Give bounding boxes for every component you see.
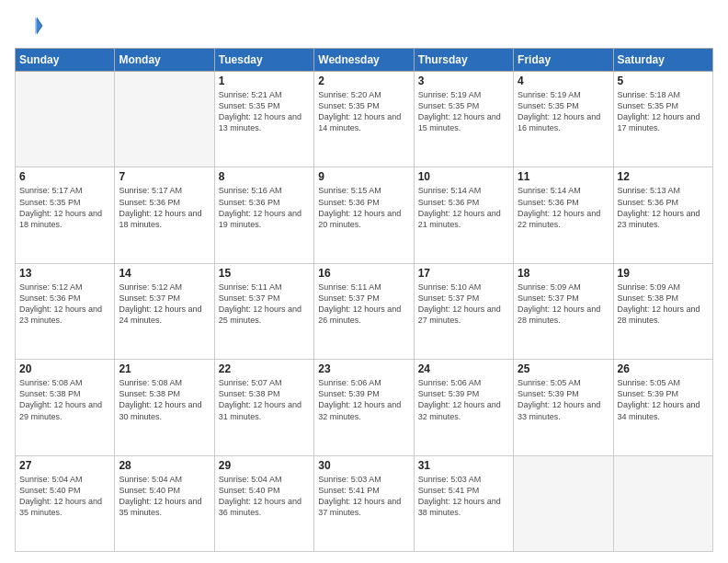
- calendar-cell-8: 7Sunrise: 5:17 AM Sunset: 5:36 PM Daylig…: [115, 167, 214, 263]
- header: [15, 11, 713, 40]
- day-number-1: 1: [219, 75, 310, 87]
- day-info-24: Sunrise: 5:06 AM Sunset: 5:39 PM Dayligh…: [418, 377, 509, 422]
- day-info-28: Sunrise: 5:04 AM Sunset: 5:40 PM Dayligh…: [119, 474, 210, 519]
- calendar-row-4: 20Sunrise: 5:08 AM Sunset: 5:38 PM Dayli…: [16, 360, 713, 455]
- calendar-cell-9: 8Sunrise: 5:16 AM Sunset: 5:36 PM Daylig…: [214, 167, 313, 263]
- calendar-cell-33: [514, 455, 613, 551]
- day-number-6: 6: [19, 170, 110, 183]
- calendar-cell-0: [16, 72, 115, 167]
- day-number-21: 21: [119, 362, 210, 375]
- calendar-row-1: 1Sunrise: 5:21 AM Sunset: 5:35 PM Daylig…: [16, 72, 713, 167]
- calendar-cell-19: 18Sunrise: 5:09 AM Sunset: 5:37 PM Dayli…: [514, 263, 613, 359]
- day-number-4: 4: [518, 75, 609, 87]
- calendar-cell-26: 25Sunrise: 5:05 AM Sunset: 5:39 PM Dayli…: [514, 360, 613, 455]
- day-info-9: Sunrise: 5:15 AM Sunset: 5:36 PM Dayligh…: [318, 185, 409, 230]
- calendar-cell-23: 22Sunrise: 5:07 AM Sunset: 5:38 PM Dayli…: [214, 360, 313, 455]
- day-info-17: Sunrise: 5:10 AM Sunset: 5:37 PM Dayligh…: [418, 282, 509, 327]
- day-number-24: 24: [418, 362, 509, 375]
- day-info-26: Sunrise: 5:05 AM Sunset: 5:39 PM Dayligh…: [618, 377, 709, 422]
- calendar-cell-30: 29Sunrise: 5:04 AM Sunset: 5:40 PM Dayli…: [214, 455, 313, 551]
- calendar-cell-16: 15Sunrise: 5:11 AM Sunset: 5:37 PM Dayli…: [214, 263, 313, 359]
- weekday-header-wednesday: Wednesday: [314, 49, 414, 72]
- day-info-31: Sunrise: 5:03 AM Sunset: 5:41 PM Dayligh…: [418, 474, 509, 519]
- calendar-cell-4: 3Sunrise: 5:19 AM Sunset: 5:35 PM Daylig…: [414, 72, 513, 167]
- day-info-13: Sunrise: 5:12 AM Sunset: 5:36 PM Dayligh…: [19, 282, 110, 327]
- calendar-cell-20: 19Sunrise: 5:09 AM Sunset: 5:38 PM Dayli…: [613, 263, 712, 359]
- day-number-5: 5: [618, 75, 709, 87]
- day-number-15: 15: [219, 267, 310, 280]
- weekday-header-row: SundayMondayTuesdayWednesdayThursdayFrid…: [16, 49, 713, 72]
- day-number-3: 3: [418, 75, 509, 87]
- day-number-22: 22: [219, 362, 310, 375]
- weekday-header-saturday: Saturday: [613, 49, 712, 72]
- day-info-4: Sunrise: 5:19 AM Sunset: 5:35 PM Dayligh…: [518, 89, 609, 134]
- day-number-8: 8: [219, 170, 310, 183]
- calendar-cell-29: 28Sunrise: 5:04 AM Sunset: 5:40 PM Dayli…: [115, 455, 214, 551]
- day-info-10: Sunrise: 5:14 AM Sunset: 5:36 PM Dayligh…: [418, 185, 509, 230]
- day-info-15: Sunrise: 5:11 AM Sunset: 5:37 PM Dayligh…: [219, 282, 310, 327]
- day-info-11: Sunrise: 5:14 AM Sunset: 5:36 PM Dayligh…: [518, 185, 609, 230]
- calendar-cell-3: 2Sunrise: 5:20 AM Sunset: 5:35 PM Daylig…: [314, 72, 414, 167]
- day-info-16: Sunrise: 5:11 AM Sunset: 5:37 PM Dayligh…: [318, 282, 409, 327]
- weekday-header-friday: Friday: [514, 49, 613, 72]
- calendar-cell-5: 4Sunrise: 5:19 AM Sunset: 5:35 PM Daylig…: [514, 72, 613, 167]
- day-number-19: 19: [618, 267, 709, 280]
- day-info-5: Sunrise: 5:18 AM Sunset: 5:35 PM Dayligh…: [618, 89, 709, 134]
- calendar-cell-21: 20Sunrise: 5:08 AM Sunset: 5:38 PM Dayli…: [16, 360, 115, 455]
- day-number-20: 20: [19, 362, 110, 375]
- calendar-cell-2: 1Sunrise: 5:21 AM Sunset: 5:35 PM Daylig…: [214, 72, 313, 167]
- day-number-13: 13: [19, 267, 110, 280]
- day-info-30: Sunrise: 5:03 AM Sunset: 5:41 PM Dayligh…: [318, 474, 409, 519]
- weekday-header-monday: Monday: [115, 49, 214, 72]
- logo-icon: [15, 11, 44, 40]
- day-info-7: Sunrise: 5:17 AM Sunset: 5:36 PM Dayligh…: [119, 185, 210, 230]
- day-info-8: Sunrise: 5:16 AM Sunset: 5:36 PM Dayligh…: [219, 185, 310, 230]
- day-number-25: 25: [518, 362, 609, 375]
- weekday-header-sunday: Sunday: [16, 49, 115, 72]
- day-number-27: 27: [19, 459, 110, 472]
- day-info-6: Sunrise: 5:17 AM Sunset: 5:35 PM Dayligh…: [19, 185, 110, 230]
- day-number-12: 12: [618, 170, 709, 183]
- day-info-2: Sunrise: 5:20 AM Sunset: 5:35 PM Dayligh…: [318, 89, 409, 134]
- day-number-17: 17: [418, 267, 509, 280]
- day-info-22: Sunrise: 5:07 AM Sunset: 5:38 PM Dayligh…: [219, 377, 310, 422]
- day-info-19: Sunrise: 5:09 AM Sunset: 5:38 PM Dayligh…: [618, 282, 709, 327]
- calendar-row-2: 6Sunrise: 5:17 AM Sunset: 5:35 PM Daylig…: [16, 167, 713, 263]
- day-info-14: Sunrise: 5:12 AM Sunset: 5:37 PM Dayligh…: [119, 282, 210, 327]
- day-number-31: 31: [418, 459, 509, 472]
- calendar-cell-24: 23Sunrise: 5:06 AM Sunset: 5:39 PM Dayli…: [314, 360, 414, 455]
- calendar-cell-10: 9Sunrise: 5:15 AM Sunset: 5:36 PM Daylig…: [314, 167, 414, 263]
- weekday-header-tuesday: Tuesday: [214, 49, 313, 72]
- calendar-row-3: 13Sunrise: 5:12 AM Sunset: 5:36 PM Dayli…: [16, 263, 713, 359]
- calendar-cell-34: [613, 455, 712, 551]
- calendar-cell-11: 10Sunrise: 5:14 AM Sunset: 5:36 PM Dayli…: [414, 167, 513, 263]
- day-number-9: 9: [318, 170, 409, 183]
- calendar-cell-12: 11Sunrise: 5:14 AM Sunset: 5:36 PM Dayli…: [514, 167, 613, 263]
- day-number-14: 14: [119, 267, 210, 280]
- calendar-table: SundayMondayTuesdayWednesdayThursdayFrid…: [15, 48, 713, 552]
- calendar-cell-15: 14Sunrise: 5:12 AM Sunset: 5:37 PM Dayli…: [115, 263, 214, 359]
- day-number-23: 23: [318, 362, 409, 375]
- day-info-21: Sunrise: 5:08 AM Sunset: 5:38 PM Dayligh…: [119, 377, 210, 422]
- day-info-1: Sunrise: 5:21 AM Sunset: 5:35 PM Dayligh…: [219, 89, 310, 134]
- day-number-10: 10: [418, 170, 509, 183]
- day-number-2: 2: [318, 75, 409, 87]
- calendar-cell-1: [115, 72, 214, 167]
- calendar-cell-14: 13Sunrise: 5:12 AM Sunset: 5:36 PM Dayli…: [16, 263, 115, 359]
- day-number-28: 28: [119, 459, 210, 472]
- day-number-11: 11: [518, 170, 609, 183]
- day-info-27: Sunrise: 5:04 AM Sunset: 5:40 PM Dayligh…: [19, 474, 110, 519]
- day-info-20: Sunrise: 5:08 AM Sunset: 5:38 PM Dayligh…: [19, 377, 110, 422]
- day-info-18: Sunrise: 5:09 AM Sunset: 5:37 PM Dayligh…: [518, 282, 609, 327]
- day-number-29: 29: [219, 459, 310, 472]
- page: SundayMondayTuesdayWednesdayThursdayFrid…: [0, 0, 728, 563]
- calendar-cell-28: 27Sunrise: 5:04 AM Sunset: 5:40 PM Dayli…: [16, 455, 115, 551]
- calendar-cell-7: 6Sunrise: 5:17 AM Sunset: 5:35 PM Daylig…: [16, 167, 115, 263]
- calendar-cell-27: 26Sunrise: 5:05 AM Sunset: 5:39 PM Dayli…: [613, 360, 712, 455]
- calendar-row-5: 27Sunrise: 5:04 AM Sunset: 5:40 PM Dayli…: [16, 455, 713, 551]
- calendar-cell-32: 31Sunrise: 5:03 AM Sunset: 5:41 PM Dayli…: [414, 455, 513, 551]
- day-number-26: 26: [618, 362, 709, 375]
- calendar-cell-31: 30Sunrise: 5:03 AM Sunset: 5:41 PM Dayli…: [314, 455, 414, 551]
- day-info-12: Sunrise: 5:13 AM Sunset: 5:36 PM Dayligh…: [618, 185, 709, 230]
- day-number-7: 7: [119, 170, 210, 183]
